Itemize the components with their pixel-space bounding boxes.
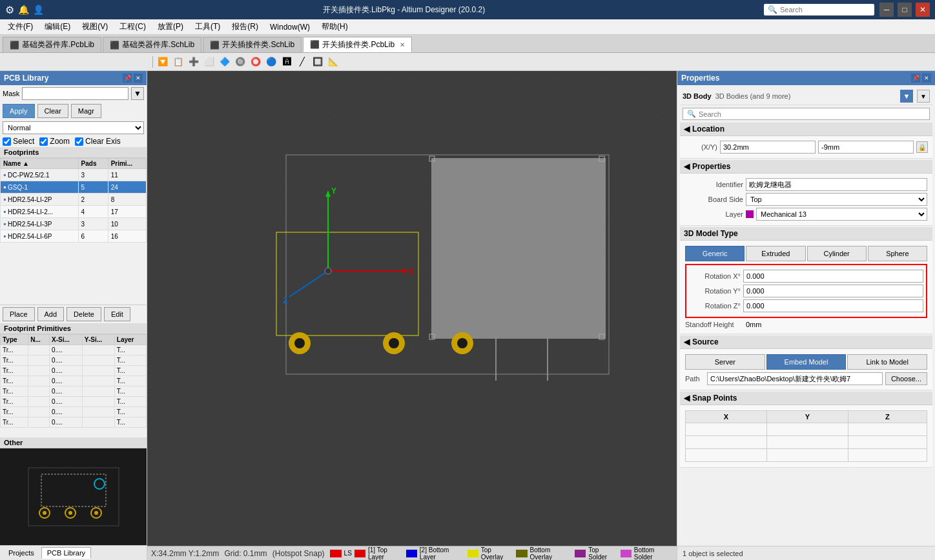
toolbar-btn9[interactable]: ╱ [295, 55, 309, 69]
source-link-btn[interactable]: Link to Model [847, 354, 927, 370]
toolbar-btn8[interactable]: 🅰 [280, 55, 294, 69]
minimize-button[interactable]: ─ [879, 3, 894, 17]
add-button[interactable]: Add [37, 307, 65, 321]
menu-tools[interactable]: 工具(T) [190, 20, 225, 34]
place-button[interactable]: Place [3, 307, 35, 321]
magr-button[interactable]: Magr [71, 104, 101, 118]
source-embed-btn[interactable]: Embed Model [766, 354, 847, 370]
zoom-checkbox[interactable]: Zoom [39, 137, 70, 146]
clear-button[interactable]: Clear [37, 104, 68, 118]
edit-button[interactable]: Edit [104, 307, 130, 321]
location-x-input[interactable] [720, 141, 816, 154]
menu-place[interactable]: 放置(P) [152, 20, 189, 34]
panel-pin-btn[interactable]: 📌 [123, 74, 132, 83]
properties-search-input[interactable] [699, 110, 925, 118]
toolbar-btn1[interactable]: 📋 [171, 55, 185, 69]
prim-col-ysi[interactable]: Y-Si... [82, 335, 114, 345]
toolbar-btn10[interactable]: 🔲 [311, 55, 325, 69]
tab-schlib1[interactable]: ⬛ 基础类器件库.SchLib [103, 37, 201, 52]
rotation-x-input[interactable] [743, 270, 923, 283]
properties-search-bar[interactable]: 🔍 [683, 108, 930, 120]
close-button[interactable]: ✕ [916, 3, 930, 17]
path-input[interactable] [707, 372, 883, 385]
layer-select-wrap: Mechanical 13 [746, 208, 927, 221]
location-y-input[interactable] [818, 141, 914, 154]
menu-file[interactable]: 文件(F) [3, 20, 38, 34]
menu-view[interactable]: 视图(V) [77, 20, 113, 34]
board-side-select[interactable]: Top Bottom [746, 193, 927, 206]
toolbar-btn2[interactable]: ➕ [187, 55, 201, 69]
toolbar-btn4[interactable]: 🔷 [218, 55, 232, 69]
properties-pin-btn[interactable]: 📌 [911, 74, 920, 83]
prim-col-xsi[interactable]: X-Si... [50, 335, 83, 345]
mask-dropdown[interactable]: ▼ [131, 87, 144, 100]
clear-exis-checkbox[interactable]: Clear Exis [75, 137, 121, 146]
fp-row-gsq[interactable]: ▪ GSQ-1 5 24 [1, 181, 147, 194]
identifier-input[interactable] [746, 178, 927, 191]
dropdown-arrow[interactable]: ▼ [917, 90, 930, 103]
toolbar-btn3[interactable]: ⬜ [202, 55, 216, 69]
prim-col-layer[interactable]: Layer [114, 335, 146, 345]
normal-select[interactable]: Normal [3, 121, 144, 134]
title-search-input[interactable] [780, 6, 870, 14]
fp-row-hdr1[interactable]: ▪ HDR2.54-LI-2P 2 8 [1, 194, 147, 206]
snap-points-header[interactable]: ◀ Snap Points [680, 392, 932, 405]
apply-button[interactable]: Apply [3, 104, 35, 118]
maximize-button[interactable]: □ [898, 3, 912, 17]
model-type-extruded[interactable]: Extruded [746, 246, 805, 261]
rotation-y-input[interactable] [743, 285, 923, 297]
tab-pcblib1[interactable]: ⬛ 基础类器件库.PcbLib [3, 37, 101, 52]
footprints-table: Name ▲ Pads Primi... ▪ DC-PW2.5/2.1 3 11… [0, 158, 147, 305]
col-primi[interactable]: Primi... [108, 159, 146, 169]
title-search[interactable]: 🔍 [764, 4, 874, 15]
selection-status: 1 object is selected [677, 546, 935, 560]
fp-row-dc[interactable]: ▪ DC-PW2.5/2.1 3 11 [1, 169, 147, 181]
menu-window[interactable]: Window(W) [265, 21, 315, 33]
3d-body-label: 3D Body [683, 92, 712, 100]
tab-close-icon[interactable]: ✕ [400, 41, 405, 48]
menu-project[interactable]: 工程(C) [114, 20, 151, 34]
properties-section-header[interactable]: ◀ Properties [680, 160, 932, 174]
toolbar-filter[interactable]: 🔽 [156, 55, 170, 69]
mask-input[interactable] [22, 87, 128, 100]
tab-projects[interactable]: Projects [3, 547, 40, 559]
model-type-sphere[interactable]: Sphere [868, 246, 927, 261]
toolbar-btn11[interactable]: 📐 [326, 55, 340, 69]
fp-row-hdr3[interactable]: ▪ HDR2.54-LI-3P 3 10 [1, 218, 147, 230]
rotation-y-label: Rotation Y° [689, 287, 741, 295]
tab-schlib2[interactable]: ⬛ 开关插接件类.SchLib [203, 37, 302, 52]
tab-pcb-library[interactable]: PCB Library [41, 547, 91, 559]
menu-help[interactable]: 帮助(H) [316, 20, 353, 34]
fp-row-hdr2[interactable]: ▪ HDR2.54-LI-2... 4 17 [1, 206, 147, 218]
model-type-generic[interactable]: Generic [685, 246, 745, 261]
menu-edit[interactable]: 编辑(E) [39, 20, 76, 34]
layer-select[interactable]: Mechanical 13 [756, 208, 927, 221]
rotation-z-input[interactable] [743, 299, 923, 312]
properties-close-btn[interactable]: ✕ [922, 74, 931, 83]
toolbar-btn6[interactable]: ⭕ [249, 55, 263, 69]
tab-pcblib2[interactable]: ⬛ 开关插接件类.PcbLib ✕ [303, 37, 412, 52]
location-lock-btn[interactable]: 🔒 [916, 141, 928, 153]
delete-button[interactable]: Delete [67, 307, 101, 321]
toolbar-btn7[interactable]: 🔵 [264, 55, 278, 69]
source-header[interactable]: ◀ Source [680, 335, 932, 349]
panel-close-btn[interactable]: ✕ [134, 74, 143, 83]
model-type-cylinder[interactable]: Cylinder [807, 246, 867, 261]
source-section: ◀ Source Server Embed Model Link to Mode… [680, 335, 932, 390]
3d-model-type-section: 3D Model Type Generic Extruded Cylinder … [680, 227, 932, 334]
pcb-canvas[interactable]: Y X Z [147, 71, 677, 546]
col-name[interactable]: Name ▲ [1, 159, 79, 169]
rotation-x-label: Rotation X° [689, 272, 741, 280]
filter-button[interactable]: ▼ [900, 90, 913, 103]
fp-row-hdr4[interactable]: ▪ HDR2.54-LI-6P 6 16 [1, 230, 147, 243]
prim-col-n[interactable]: N... [28, 335, 50, 345]
menu-report[interactable]: 报告(R) [227, 20, 263, 34]
svg-text:Y: Y [331, 186, 336, 195]
location-header[interactable]: ◀ Location [680, 123, 932, 136]
source-server-btn[interactable]: Server [685, 354, 765, 370]
col-pads[interactable]: Pads [78, 159, 108, 169]
select-checkbox[interactable]: Select [3, 137, 34, 146]
prim-col-type[interactable]: Type [1, 335, 28, 345]
choose-button[interactable]: Choose... [885, 372, 927, 385]
toolbar-btn5[interactable]: 🔘 [233, 55, 247, 69]
